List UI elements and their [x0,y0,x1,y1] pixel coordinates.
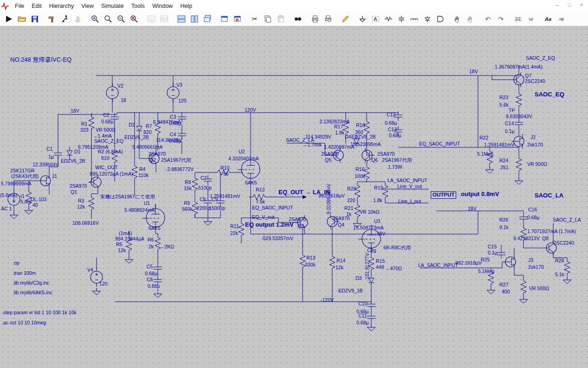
copy-icon[interactable] [261,13,274,25]
print-preview-icon[interactable] [322,13,335,25]
window-controls: –□× [553,1,586,8]
svg-text:A: A [374,16,377,22]
minimize-button[interactable]: – [553,1,562,8]
menu-item-window[interactable]: Window [149,1,176,11]
menu-item-file[interactable]: File [11,1,28,11]
toolbar-group [175,13,214,25]
toolbar: ✂A↶↷ƎEEAa.op [0,12,588,26]
move-icon[interactable] [451,13,464,25]
menu-bar: FileEditHierarchyViewSimulateToolsWindow… [0,0,588,12]
menu-item-hierarchy[interactable]: Hierarchy [45,1,78,11]
menu-item-tools[interactable]: Tools [128,1,149,11]
zoom-in-icon[interactable] [89,13,102,25]
inductor-icon[interactable] [408,13,421,25]
close-button[interactable]: × [577,1,586,8]
diode-icon[interactable] [421,13,434,25]
print-icon[interactable] [309,13,322,25]
svg-text:✂: ✂ [252,15,258,23]
toolbar-group [451,13,477,25]
zoom-out-icon[interactable] [115,13,128,25]
redo-icon[interactable]: ↷ [494,13,507,25]
ground-icon[interactable] [356,13,369,25]
svg-text:E: E [518,17,522,22]
toolbar-group [218,13,244,25]
resistor-icon[interactable] [382,13,395,25]
drag-icon[interactable] [464,13,477,25]
toolbar-group [45,13,84,25]
menu-item-help[interactable]: Help [176,1,196,11]
text-icon[interactable]: Aa [542,13,555,25]
toolbar-group [2,13,41,25]
zoom-extents-icon[interactable] [128,13,141,25]
plot-settings-icon[interactable] [145,13,158,25]
toolbar-group: ↶↷ [481,13,507,25]
find-icon[interactable] [291,13,304,25]
capacitor-icon[interactable] [395,13,408,25]
tile-vertical-icon[interactable] [188,13,201,25]
save-icon[interactable] [28,13,41,25]
svg-text:Ǝ: Ǝ [515,17,518,22]
label-net-icon[interactable]: A [369,13,382,25]
rotate-icon[interactable]: E [524,13,537,25]
cascade-icon[interactable] [201,13,214,25]
run-icon[interactable] [2,13,15,25]
toolbar-group [291,13,304,25]
toolbar-group [89,13,141,25]
schematic-canvas[interactable] [0,26,588,368]
maximize-button[interactable]: □ [565,1,574,8]
app-icon [1,2,9,10]
toolbar-group [339,13,352,25]
close-window-icon[interactable] [231,13,244,25]
toolbar-group: A [356,13,447,25]
control-panel-icon[interactable] [45,13,58,25]
menu-item-simulate[interactable]: Simulate [97,1,128,11]
ltspice-window: NO.248 無帰還IVC-EQV218V312018V120VR1323VR … [0,0,588,368]
open-icon[interactable] [15,13,28,25]
edit-pencil-icon[interactable] [339,13,352,25]
toolbar-group [309,13,335,25]
svg-text:↷: ↷ [498,15,504,23]
toolbar-group: Aa.op [542,13,568,25]
svg-text:E: E [529,17,534,20]
tile-horizontal-icon[interactable] [175,13,188,25]
undo-icon[interactable]: ↶ [481,13,494,25]
cut-icon[interactable]: ✂ [248,13,261,25]
menu-item-edit[interactable]: Edit [28,1,45,11]
toolbar-group: ƎEE [511,13,537,25]
toolbar-group [145,13,171,25]
svg-text:.op: .op [558,17,564,21]
spice-directive-icon[interactable]: .op [555,13,568,25]
zoom-area-icon[interactable] [102,13,115,25]
run-simulation-icon[interactable] [58,13,71,25]
svg-text:↶: ↶ [485,15,491,23]
new-window-icon[interactable] [218,13,231,25]
svg-text:Aa: Aa [544,16,551,22]
waveform-icon[interactable] [158,13,171,25]
halt-icon[interactable] [71,13,84,25]
paste-icon[interactable] [274,13,287,25]
toolbar-group: ✂ [248,13,287,25]
menu-item-view[interactable]: View [78,1,97,11]
component-icon[interactable] [434,13,447,25]
mirror-icon[interactable]: ƎE [511,13,524,25]
